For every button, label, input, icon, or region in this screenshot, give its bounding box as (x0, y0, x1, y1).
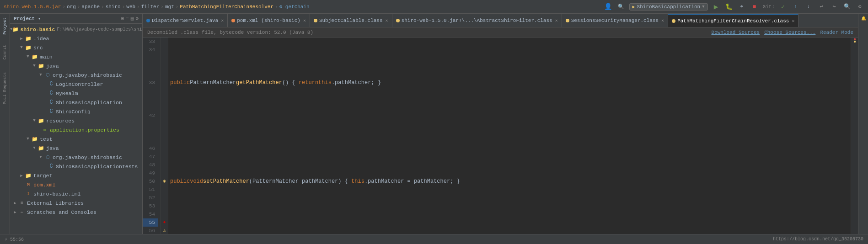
settings-icon[interactable]: ⚙ (855, 2, 864, 11)
tree-shiro-config[interactable]: C ShiroConfig (10, 107, 142, 116)
panel-icon-2[interactable]: ≡ (126, 16, 129, 21)
top-bar: shiro-web-1.5.0.jar › org › apache › shi… (0, 0, 868, 14)
tab-close-abstract-shiro[interactable]: ✕ (555, 18, 558, 23)
tab-abstract-shiro[interactable]: shiro-web-1.5.0.jar!\...\AbstractShiroFi… (392, 14, 562, 27)
tree-pom-xml[interactable]: M pom.xml (10, 180, 142, 189)
undo-icon[interactable]: ↩ (817, 2, 826, 11)
tab-close-path-matching[interactable]: ✕ (792, 18, 794, 24)
right-scroll-indicator (851, 37, 858, 234)
breadcrumb-jar: shiro-web-1.5.0.jar (4, 4, 61, 10)
tree-test-class[interactable]: C ShiroBasicApplicationTests (10, 162, 142, 171)
run-config-label: ShiroBasicApplication (637, 4, 701, 10)
editor-action-links: Download Sources Choose Sources... Reade… (712, 30, 853, 35)
tabs-bar: DispatcherServlet.java ✕ pom.xml (shiro-… (143, 14, 858, 27)
warning-mark (854, 41, 856, 42)
code-line-34: public PatternMatcher getPathMatcher() {… (170, 79, 851, 87)
breadcrumb-org: org (67, 4, 76, 10)
tree-target[interactable]: ▶ 📁 target (10, 171, 142, 180)
breadcrumb-filter: filter (141, 4, 160, 10)
tree-main[interactable]: ▼ 📁 main (10, 52, 142, 61)
breadcrumb-method: ⚙ getChain (279, 4, 310, 10)
breadcrumb-mgt: mgt (165, 4, 174, 10)
profile-icon[interactable]: 👤 (604, 2, 613, 11)
tree-myrealm[interactable]: C MyRealm (10, 89, 142, 98)
commit-tool-label[interactable]: Commit (3, 45, 7, 59)
notifications-tool[interactable]: 🔔 (861, 16, 866, 21)
editor-area: DispatcherServlet.java ✕ pom.xml (shiro-… (143, 14, 858, 234)
search-icon[interactable]: 🔍 (842, 2, 852, 11)
download-sources-link[interactable]: Download Sources (712, 30, 760, 35)
tree-root[interactable]: ▼ 📁 shiro-basic F:\WWW\javaboy-code-samp… (10, 25, 142, 34)
tree-ext-libs[interactable]: ▶ ≡ External Libraries (10, 198, 142, 207)
panel-icon-1[interactable]: ⊞ (121, 16, 124, 21)
code-content[interactable]: public PatternMatcher getPathMatcher() {… (168, 37, 851, 234)
bottom-url: https://blog.csdn.net/qq_35208730 (773, 237, 863, 242)
git-down-icon[interactable]: ↓ (804, 2, 813, 11)
project-tree: ▼ 📁 shiro-basic F:\WWW\javaboy-code-samp… (10, 24, 142, 234)
line-numbers: 33 34 38 42 46 47 48 49 (143, 37, 161, 234)
code-line-39 (170, 202, 851, 210)
project-tool-label[interactable]: Project (3, 17, 7, 35)
code-line-37 (170, 153, 851, 161)
run-config-selector[interactable]: ▶ ShiroBasicApplication ▼ (629, 3, 708, 11)
project-panel-title: Project ▾ (14, 16, 41, 21)
stop-button[interactable]: ■ (750, 2, 759, 11)
tab-dispatcher-servlet[interactable]: DispatcherServlet.java ✕ (143, 14, 228, 27)
tab-pom-xml[interactable]: pom.xml (shiro-basic) ✕ (228, 14, 310, 27)
git-checkmark-icon[interactable]: ✓ (778, 2, 788, 11)
git-label: Git: (763, 4, 775, 10)
right-side-tools: 🔔 (858, 14, 868, 234)
redo-icon[interactable]: ↪ (830, 2, 839, 11)
coverage-button[interactable]: ☂ (737, 2, 746, 11)
tab-path-matching[interactable]: PathMatchingFilterChainResolver.class ✕ (668, 14, 798, 27)
breadcrumb-class: PathMatchingFilterChainResolver (180, 4, 273, 10)
debug-button[interactable]: 🐛 (724, 2, 734, 11)
tab-close-pom[interactable]: ✕ (303, 18, 306, 23)
breadcrumb-web: web (126, 4, 135, 10)
tree-package[interactable]: ▼ ⬡ org.javaboy.shirobasic (10, 70, 142, 80)
code-line-38: public void setPathMatcher(PatternMatche… (170, 177, 851, 186)
reader-mode-link[interactable]: Reader Mode (820, 30, 853, 35)
project-panel: Project ▾ ⊞ ≡ ▤ ⚙ ▼ 📁 shiro-basic F:\WWW… (10, 14, 143, 234)
breakpoint-gutter[interactable]: ● (161, 218, 168, 227)
choose-sources-link[interactable]: Choose Sources... (764, 30, 815, 35)
decompiled-info: Decompiled .class file, bytecode version… (147, 30, 313, 35)
gutter: ◉ ● ⚠ (161, 37, 168, 234)
bottom-bar: ⚡ 55:56 https://blog.csdn.net/qq_3520873… (0, 234, 868, 244)
tab-sessions-security[interactable]: SessionsSecurityManager.class ✕ (562, 14, 668, 27)
pull-requests-label[interactable]: Pull Requests (3, 72, 7, 104)
run-button[interactable]: ▶ (712, 2, 721, 11)
tree-java[interactable]: ▼ 📁 java (10, 61, 142, 70)
tree-app-props[interactable]: ⊞ application.properties (10, 125, 142, 134)
tree-login-controller[interactable]: C LoginController (10, 80, 142, 89)
git-up-icon[interactable]: ↑ (791, 2, 800, 11)
tree-idea[interactable]: ▶ 📁 .idea (10, 34, 142, 43)
left-sidebar-strip: Project Commit Pull Requests (0, 14, 10, 234)
tree-test-package[interactable]: ▼ ⬡ org.javaboy.shirobasic (10, 153, 142, 162)
tab-close-sessions[interactable]: ✕ (661, 18, 664, 23)
code-line-40 (170, 227, 851, 234)
tab-close-subject[interactable]: ✕ (386, 18, 388, 23)
breadcrumb: shiro-web-1.5.0.jar › org › apache › shi… (4, 4, 604, 10)
tab-subject-callable[interactable]: SubjectCallable.class ✕ (310, 14, 392, 27)
panel-icon-4[interactable]: ⚙ (135, 16, 139, 21)
panel-header-icons: ⊞ ≡ ▤ ⚙ (121, 16, 139, 21)
tab-close-dispatcher[interactable]: ✕ (221, 18, 224, 23)
top-bar-right: 👤 🔍 ▶ ShiroBasicApplication ▼ ▶ 🐛 ☂ ■ Gi… (604, 2, 864, 11)
code-line-35 (170, 103, 851, 111)
tree-test[interactable]: ▼ 📁 test (10, 134, 142, 143)
breadcrumb-apache: apache (81, 4, 100, 10)
panel-icon-3[interactable]: ▤ (131, 16, 134, 21)
search-everywhere-icon[interactable]: 🔍 (616, 2, 626, 11)
tree-iml[interactable]: I shiro-basic.iml (10, 189, 142, 198)
tree-shiro-basic-app[interactable]: C ShiroBasicApplication (10, 98, 142, 107)
tree-resources[interactable]: ▼ 📁 resources (10, 116, 142, 125)
tree-src[interactable]: ▼ 📁 src (10, 43, 142, 52)
editor-info-bar: Decompiled .class file, bytecode version… (143, 27, 858, 37)
tree-scratches[interactable]: ▶ ✏ Scratches and Consoles (10, 207, 142, 217)
code-editor: 33 34 38 42 46 47 48 49 (143, 37, 858, 234)
breadcrumb-shiro: shiro (106, 4, 121, 10)
bottom-left-status: ⚡ 55:56 (5, 237, 24, 242)
tree-test-java[interactable]: ▼ 📁 java (10, 143, 142, 153)
code-line-36 (170, 128, 851, 136)
